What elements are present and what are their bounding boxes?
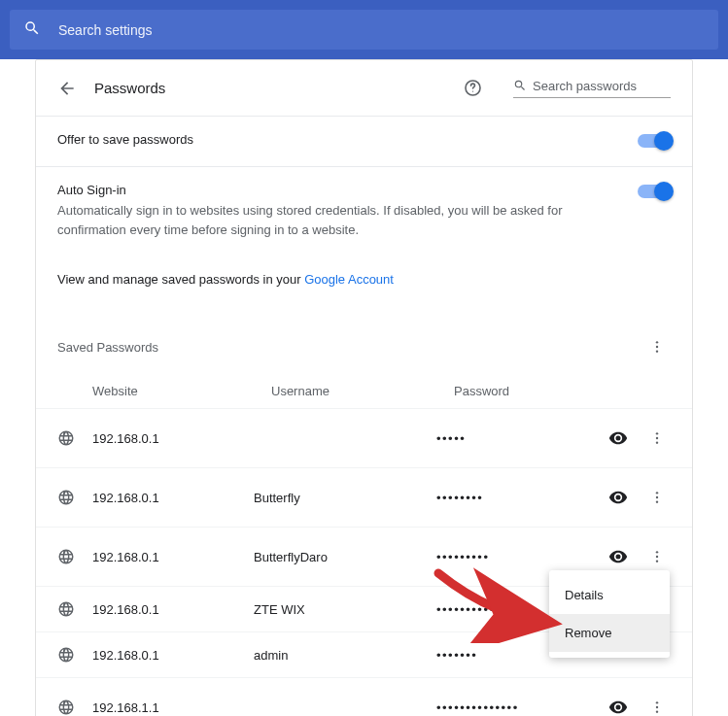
auto-signin-desc: Automatically sign in to websites using …	[57, 201, 618, 239]
svg-point-1	[472, 90, 473, 91]
globe-icon	[57, 646, 75, 664]
account-link-prefix: View and manage saved passwords in your	[57, 272, 304, 287]
row-username: ZTE WIX	[254, 602, 436, 617]
row-more-icon[interactable]	[643, 694, 671, 716]
show-password-icon[interactable]	[603, 541, 634, 572]
show-password-icon[interactable]	[603, 692, 634, 716]
saved-more-icon[interactable]	[643, 333, 671, 360]
row-website[interactable]: 192.168.0.1	[92, 602, 254, 617]
show-password-icon[interactable]	[603, 482, 634, 513]
header-website: Website	[57, 384, 271, 398]
svg-point-8	[656, 492, 658, 494]
show-password-icon[interactable]	[603, 423, 634, 454]
svg-point-16	[656, 710, 658, 712]
row-more-icon[interactable]	[643, 425, 671, 452]
password-list-header: Website Username Password	[36, 370, 692, 408]
svg-point-6	[656, 437, 658, 439]
row-username: ButterflyDaro	[254, 550, 436, 564]
offer-save-toggle[interactable]	[638, 134, 671, 148]
row-username: admin	[254, 648, 436, 663]
globe-icon	[57, 548, 75, 565]
row-website[interactable]: 192.168.0.1	[92, 431, 254, 446]
offer-save-label: Offer to save passwords	[57, 132, 618, 147]
globe-icon	[57, 429, 75, 447]
svg-point-13	[656, 560, 658, 562]
menu-remove[interactable]: Remove	[549, 614, 670, 652]
row-context-menu: Details Remove	[549, 570, 670, 658]
row-website[interactable]: 192.168.0.1	[92, 648, 254, 663]
saved-passwords-header: Saved Passwords	[36, 304, 692, 370]
svg-point-11	[656, 551, 658, 553]
settings-search-input[interactable]	[58, 22, 705, 38]
row-username: Butterfly	[254, 491, 436, 505]
svg-point-14	[656, 701, 658, 703]
svg-point-10	[656, 500, 658, 502]
row-password-masked: •••••••••	[436, 550, 603, 564]
page-title: Passwords	[94, 80, 446, 96]
auto-signin-section: Auto Sign-in Automatically sign in to we…	[36, 166, 692, 255]
help-icon[interactable]	[464, 79, 482, 97]
row-password-masked: ••••••••••••••	[436, 700, 603, 715]
row-more-icon[interactable]	[643, 543, 671, 570]
svg-point-7	[656, 441, 658, 443]
globe-icon	[57, 600, 75, 618]
search-icon	[23, 19, 41, 40]
svg-point-9	[656, 496, 658, 498]
google-account-link-row: View and manage saved passwords in your …	[36, 255, 692, 304]
globe-icon	[57, 489, 75, 506]
password-list: 192.168.0.1•••••192.168.0.1Butterfly••••…	[36, 408, 692, 716]
auto-signin-toggle[interactable]	[638, 185, 671, 198]
settings-top-bar	[0, 0, 728, 59]
settings-search-bar[interactable]	[10, 10, 718, 50]
row-website[interactable]: 192.168.0.1	[92, 550, 254, 564]
google-account-link[interactable]: Google Account	[304, 272, 394, 287]
header-password: Password	[454, 384, 671, 398]
row-website[interactable]: 192.168.1.1	[92, 700, 254, 715]
password-search[interactable]	[513, 78, 671, 98]
svg-point-2	[656, 341, 658, 343]
svg-point-5	[656, 432, 658, 434]
password-search-input[interactable]	[533, 79, 671, 93]
search-icon	[513, 78, 527, 93]
password-row: 192.168.1.1••••••••••••••	[36, 677, 692, 716]
svg-point-12	[656, 556, 658, 558]
saved-passwords-title: Saved Passwords	[57, 340, 643, 355]
row-website[interactable]: 192.168.0.1	[92, 491, 254, 505]
row-more-icon[interactable]	[643, 484, 671, 511]
svg-point-4	[656, 350, 658, 352]
back-arrow-icon[interactable]	[57, 79, 77, 98]
password-row: 192.168.0.1•••••	[36, 408, 692, 467]
header-username: Username	[271, 384, 454, 398]
password-row: 192.168.0.1Butterfly••••••••	[36, 467, 692, 527]
panel-header: Passwords	[36, 60, 692, 116]
auto-signin-title: Auto Sign-in	[57, 183, 618, 197]
svg-point-3	[656, 346, 658, 348]
svg-point-15	[656, 706, 658, 708]
row-password-masked: •••••	[436, 431, 603, 446]
row-password-masked: ••••••••	[436, 491, 603, 505]
menu-details[interactable]: Details	[549, 576, 670, 614]
globe-icon	[57, 699, 75, 716]
offer-save-section: Offer to save passwords	[36, 116, 692, 166]
